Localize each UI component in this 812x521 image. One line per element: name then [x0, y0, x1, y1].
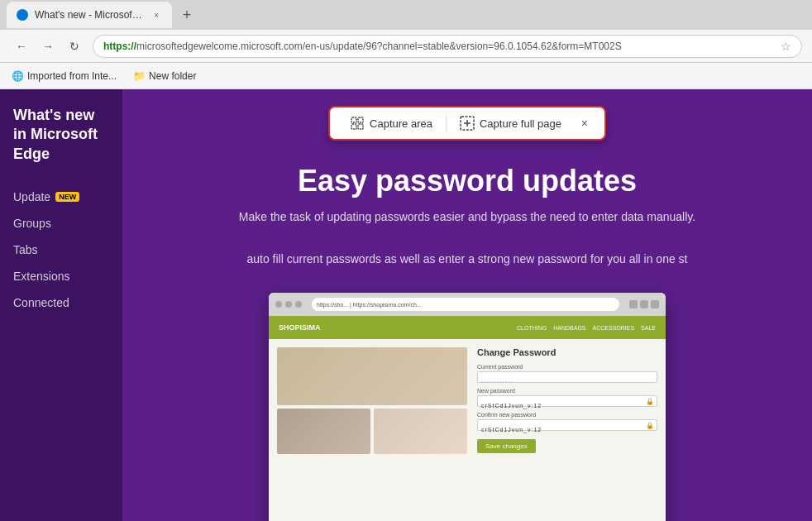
sidebar-item-extensions[interactable]: Extensions: [13, 263, 109, 289]
lock-icon-confirm: 🔒: [646, 422, 654, 429]
mock-body: Change Password Current password ·······…: [269, 339, 666, 462]
mock-form: Change Password Current password ·······…: [477, 347, 657, 454]
refresh-button[interactable]: ↻: [63, 35, 86, 58]
mock-field-new-label: New password: [477, 388, 657, 394]
address-bar: ← → ↻ https:// microsoftedgewelcome.micr…: [0, 30, 812, 63]
mock-field-confirm-value: crStCd1Jvun_v:12: [478, 425, 545, 434]
capture-area-icon: [350, 116, 365, 131]
screenshot-mockup: https://sho... | https://shopisima.com/c…: [269, 293, 666, 521]
svg-rect-0: [351, 117, 356, 122]
sidebar-item-connected-label: Connected: [13, 296, 69, 309]
bookmark-imported[interactable]: 🌐 Imported from Inte...: [7, 69, 122, 84]
mock-url-bar: https://sho... | https://shopisima.com/c…: [312, 298, 619, 311]
mock-field-current: Current password ············: [477, 364, 657, 383]
sidebar-item-connected[interactable]: Connected: [13, 289, 109, 316]
mock-image-3: [374, 409, 467, 454]
mock-field-current-input: ············: [477, 371, 657, 383]
capture-area-label: Capture area: [370, 117, 432, 130]
content-area: What's new in Microsoft Edge Update NEW …: [0, 89, 812, 521]
mock-image-1: [277, 347, 467, 405]
mock-image-2: [277, 409, 370, 454]
tab-bar: What's new - Microsoft Edge × +: [0, 0, 812, 30]
mock-field-new-input: crStCd1Jvun_v:12 🔒: [477, 395, 657, 407]
mock-images: [277, 347, 467, 454]
mock-field-current-value: ············: [478, 376, 517, 387]
mock-submit-button: Save changes: [477, 439, 536, 453]
mock-url-text: https://sho... | https://shopisima.com/c…: [317, 302, 422, 308]
mock-nav-link-handbags: HANDBAGS: [553, 325, 585, 331]
mock-field-new-value: crStCd1Jvun_v:12: [478, 401, 545, 410]
sidebar-item-groups-label: Groups: [13, 217, 51, 230]
page-description-2: auto fill current passwords as well as e…: [178, 251, 757, 268]
svg-rect-2: [351, 124, 356, 129]
sidebar-item-tabs[interactable]: Tabs: [13, 237, 109, 263]
capture-toolbar: Capture area Capture full page ×: [328, 106, 606, 141]
sidebar-title: What's new in Microsoft Edge: [13, 106, 109, 164]
mock-dot-3: [295, 301, 302, 308]
url-bar[interactable]: https:// microsoftedgewelcome.microsoft.…: [93, 35, 802, 58]
back-button[interactable]: ←: [10, 35, 33, 58]
capture-full-page-icon: [460, 116, 475, 131]
mock-nav-icons: [629, 300, 659, 308]
tab-favicon: [17, 9, 28, 21]
page-title: Easy password updates: [155, 164, 779, 198]
main-content: Capture area Capture full page × Easy pa…: [122, 89, 812, 521]
mock-nav-links: CLOTHING HANDBAGS ACCESSORIES SALE: [517, 325, 656, 331]
sidebar-item-extensions-label: Extensions: [13, 270, 69, 283]
lock-icon-new: 🔒: [646, 398, 654, 405]
capture-full-page-label: Capture full page: [480, 117, 561, 130]
sidebar-item-update[interactable]: Update NEW: [13, 184, 109, 210]
svg-rect-1: [358, 117, 363, 122]
tab-close-button[interactable]: ×: [150, 8, 162, 22]
bookmark-folder-icon: 🌐: [12, 70, 24, 82]
mock-form-title: Change Password: [477, 347, 657, 357]
nav-buttons: ← → ↻: [10, 35, 86, 58]
mock-field-new: New password crStCd1Jvun_v:12 🔒: [477, 388, 657, 407]
url-scheme: https://: [103, 41, 136, 52]
url-host: microsoftedgewelcome.microsoft.com: [136, 41, 303, 52]
mock-store-logo: SHOPISIMA: [279, 323, 321, 332]
bookmark-new-folder-icon: 📁: [133, 70, 146, 82]
mock-nav-icon-2: [640, 300, 648, 308]
capture-area-button[interactable]: Capture area: [340, 112, 442, 134]
mock-field-confirm-input: crStCd1Jvun_v:12 🔒: [477, 419, 657, 431]
page-heading: Easy password updates Make the task of u…: [155, 164, 779, 268]
bookmark-imported-label: Imported from Inte...: [27, 70, 117, 82]
mock-browser-top: https://sho... | https://shopisima.com/c…: [269, 293, 666, 316]
sidebar-nav: Update NEW Groups Tabs Extensions Connec…: [13, 184, 109, 316]
capture-close-button[interactable]: ×: [575, 113, 595, 133]
mock-dot-2: [285, 301, 292, 308]
bookmark-new-folder-label: New folder: [149, 70, 196, 82]
mock-nav-link-accessories: ACCESSORIES: [593, 325, 635, 331]
mock-nav-link-sale: SALE: [641, 325, 656, 331]
capture-full-page-button[interactable]: Capture full page: [450, 112, 571, 134]
sidebar-item-groups[interactable]: Groups: [13, 210, 109, 237]
sidebar: What's new in Microsoft Edge Update NEW …: [0, 89, 122, 521]
toolbar-divider: [446, 115, 447, 131]
mock-nav-icon-3: [651, 300, 659, 308]
browser-chrome: What's new - Microsoft Edge × + ← → ↻ ht…: [0, 0, 812, 89]
tab-title: What's new - Microsoft Edge: [35, 9, 144, 21]
mock-content: SHOPISIMA CLOTHING HANDBAGS ACCESSORIES …: [269, 316, 666, 521]
mock-store-header: SHOPISIMA CLOTHING HANDBAGS ACCESSORIES …: [269, 316, 666, 339]
url-path: /en-us/update/96?channel=stable&version=…: [303, 41, 622, 52]
browser-tab[interactable]: What's new - Microsoft Edge ×: [7, 2, 172, 28]
new-tab-button[interactable]: +: [175, 3, 198, 26]
mock-nav-link-clothing: CLOTHING: [517, 325, 547, 331]
new-badge: NEW: [55, 192, 79, 202]
forward-button[interactable]: →: [36, 35, 60, 58]
favorite-icon[interactable]: ☆: [781, 40, 791, 53]
page-description-1: Make the task of updating passwords easi…: [178, 208, 757, 226]
mock-field-confirm-label: Confirm new password: [477, 412, 657, 418]
mock-nav-icon-1: [629, 300, 638, 308]
mock-dot-1: [275, 301, 282, 308]
bookmark-new-folder[interactable]: 📁 New folder: [128, 69, 201, 84]
mock-field-current-label: Current password: [477, 364, 657, 370]
sidebar-item-update-label: Update: [13, 190, 50, 203]
bookmarks-bar: 🌐 Imported from Inte... 📁 New folder: [0, 63, 812, 89]
sidebar-item-tabs-label: Tabs: [13, 243, 38, 256]
mock-field-confirm: Confirm new password crStCd1Jvun_v:12 🔒: [477, 412, 657, 431]
svg-rect-3: [358, 124, 363, 129]
